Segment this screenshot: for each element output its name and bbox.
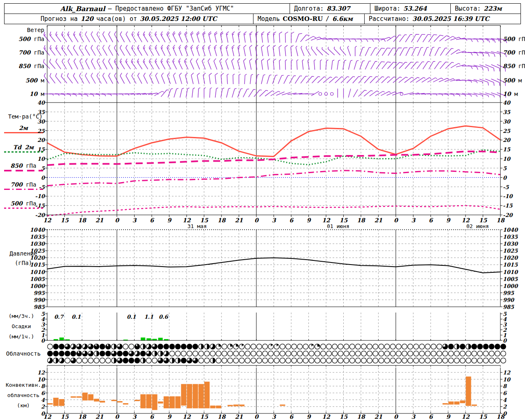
wind-barb-icon bbox=[84, 73, 92, 84]
convective-cloud-bar bbox=[82, 393, 88, 400]
wind-barb-icon bbox=[221, 73, 225, 84]
convective-cloud-bar bbox=[146, 394, 151, 408]
cloud-pie-icon bbox=[443, 351, 448, 356]
wind-barb-icon bbox=[273, 45, 277, 56]
wind-barb-icon bbox=[290, 75, 296, 84]
cloud-pie-icon bbox=[280, 344, 285, 349]
wind-barb-icon bbox=[125, 32, 133, 42]
cloud-pie-icon bbox=[477, 344, 483, 349]
wind-barb-icon bbox=[261, 74, 265, 84]
wind-barb-icon bbox=[301, 34, 310, 43]
cloud-pie-fill bbox=[457, 344, 459, 349]
cloud-pie-icon bbox=[82, 358, 88, 363]
wind-barb-icon bbox=[416, 77, 425, 84]
wind-barb-icon bbox=[61, 59, 69, 69]
convective-cloud-bar bbox=[152, 394, 158, 410]
cloud-pie-icon bbox=[239, 351, 244, 356]
wind-barb-icon bbox=[119, 59, 127, 69]
cloud-pie-fill bbox=[96, 351, 99, 356]
wind-barb-icon bbox=[130, 45, 139, 56]
cloud-pie-icon bbox=[326, 358, 332, 363]
wind-barb-icon bbox=[172, 32, 179, 42]
cloud-pie-icon bbox=[303, 351, 308, 356]
cloud-pie-icon bbox=[193, 351, 198, 356]
cloud-pie-icon bbox=[274, 351, 279, 356]
wind-barb-icon bbox=[220, 45, 225, 56]
cloud-pie-icon bbox=[262, 351, 268, 356]
wind-barb-icon bbox=[285, 32, 288, 43]
cloud-pie-icon bbox=[356, 351, 361, 356]
cloud-pie-icon bbox=[257, 351, 262, 356]
wind-barb-icon bbox=[381, 76, 390, 84]
cloud-pie-fill bbox=[468, 344, 471, 349]
wind-barb-icon bbox=[278, 75, 283, 84]
cloud-pie-icon bbox=[105, 351, 111, 356]
cloud-pie-icon bbox=[501, 358, 506, 363]
cloud-pie-icon bbox=[233, 358, 239, 363]
wind-barb-icon bbox=[43, 94, 54, 96]
cloud-pie-icon bbox=[204, 358, 210, 363]
wind-barb-icon bbox=[107, 45, 115, 56]
wind-barb-icon bbox=[233, 74, 235, 84]
cloud-pie-icon bbox=[489, 351, 494, 356]
wind-barb-icon bbox=[161, 89, 169, 98]
convective-cloud-bar bbox=[199, 384, 204, 408]
wind-barb-icon bbox=[404, 92, 414, 96]
convective-cloud-bar bbox=[210, 406, 215, 409]
cloud-pie-icon bbox=[483, 358, 488, 363]
wind-barb-icon bbox=[173, 73, 179, 84]
wind-barb-icon bbox=[198, 88, 200, 98]
cloud-pie-icon bbox=[437, 344, 442, 349]
cloud-pie-icon bbox=[390, 351, 396, 356]
convective-cloud-bar bbox=[88, 394, 94, 400]
wind-barb-icon bbox=[244, 32, 248, 43]
cloud-pie-icon bbox=[268, 358, 274, 363]
wind-barb-icon bbox=[451, 49, 460, 56]
cloud-pie-icon bbox=[251, 351, 256, 356]
cloud-pie-icon bbox=[396, 358, 402, 363]
wind-barb-icon bbox=[450, 79, 461, 83]
convective-cloud-bar bbox=[117, 401, 123, 402]
wind-barb-icon bbox=[114, 59, 121, 69]
cloud-pie-icon bbox=[199, 351, 204, 356]
wind-barb-icon bbox=[261, 59, 266, 70]
wind-barb-icon bbox=[273, 32, 277, 43]
wind-barb-icon bbox=[137, 32, 144, 42]
cloud-pie-icon bbox=[402, 351, 407, 356]
wind-barb-icon bbox=[267, 59, 271, 70]
wind-barb-icon bbox=[376, 60, 385, 71]
wind-barb-icon bbox=[214, 45, 219, 56]
wind-barb-icon bbox=[108, 73, 116, 84]
wind-barb-icon bbox=[415, 93, 426, 96]
wind-barb-icon bbox=[167, 73, 173, 84]
cloud-pie-icon bbox=[384, 344, 390, 349]
wind-barb-icon bbox=[306, 46, 312, 56]
cloud-pie-icon bbox=[408, 358, 413, 363]
cloud-pie-icon bbox=[140, 351, 146, 356]
wind-barb-icon bbox=[271, 91, 280, 97]
wind-barb-icon bbox=[337, 60, 340, 70]
wind-barb-icon bbox=[73, 45, 81, 56]
cloud-pie-icon bbox=[274, 358, 279, 363]
cloud-pie-icon bbox=[431, 344, 436, 349]
cloud-pie-icon bbox=[88, 358, 94, 363]
wind-barb-icon bbox=[66, 32, 75, 42]
cloud-pie-icon bbox=[216, 351, 221, 356]
wind-barb-icon bbox=[155, 73, 162, 84]
wind-barb-icon bbox=[102, 45, 110, 56]
cloud-pie-fill bbox=[56, 358, 58, 363]
convective-cloud-bar bbox=[71, 396, 76, 397]
cloud-pie-fill bbox=[178, 358, 180, 363]
wind-barb-icon bbox=[215, 88, 218, 98]
wind-barb-icon bbox=[79, 59, 86, 70]
wind-barb-icon bbox=[312, 76, 320, 84]
cloud-pie-icon bbox=[460, 358, 466, 363]
wind-barb-icon bbox=[66, 45, 75, 55]
wind-barb-icon bbox=[149, 73, 156, 84]
cloud-pie-icon bbox=[419, 344, 425, 349]
cloud-pie-icon bbox=[100, 358, 105, 363]
wind-barb-icon bbox=[265, 90, 274, 98]
wind-barb-icon bbox=[317, 76, 326, 84]
cloud-pie-icon bbox=[94, 358, 99, 363]
wind-barb-icon bbox=[306, 36, 316, 43]
